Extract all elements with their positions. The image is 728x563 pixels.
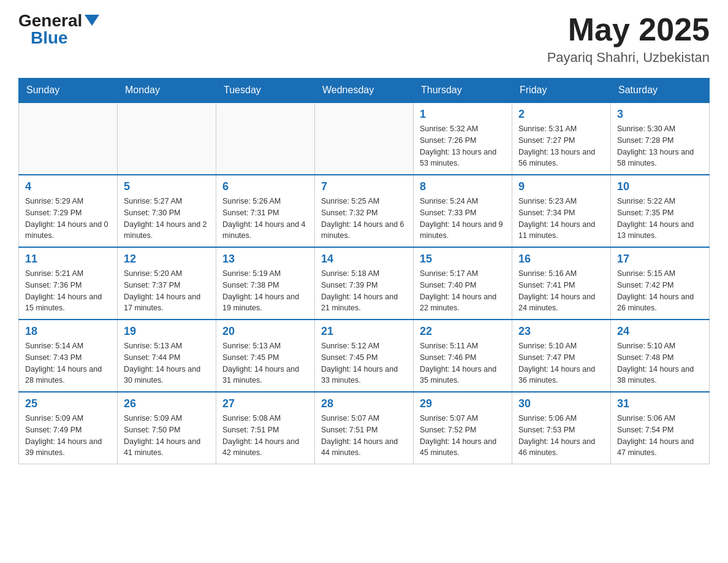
calendar-cell: 28Sunrise: 5:07 AMSunset: 7:51 PMDayligh…: [315, 392, 414, 464]
calendar-cell: 8Sunrise: 5:24 AMSunset: 7:33 PMDaylight…: [414, 175, 512, 247]
logo-blue: Blue: [31, 29, 68, 47]
day-info: Sunrise: 5:29 AMSunset: 7:29 PMDaylight:…: [25, 196, 111, 242]
day-info: Sunrise: 5:09 AMSunset: 7:50 PMDaylight:…: [124, 413, 210, 459]
day-number: 1: [420, 108, 506, 121]
calendar-cell: 11Sunrise: 5:21 AMSunset: 7:36 PMDayligh…: [19, 247, 118, 320]
weekday-header-thursday: Thursday: [414, 79, 512, 103]
calendar-cell: 20Sunrise: 5:13 AMSunset: 7:45 PMDayligh…: [216, 320, 315, 392]
calendar-cell: 16Sunrise: 5:16 AMSunset: 7:41 PMDayligh…: [512, 247, 611, 320]
calendar-cell: 2Sunrise: 5:31 AMSunset: 7:27 PMDaylight…: [512, 102, 611, 175]
calendar-cell: 27Sunrise: 5:08 AMSunset: 7:51 PMDayligh…: [216, 392, 315, 464]
calendar-cell: 6Sunrise: 5:26 AMSunset: 7:31 PMDaylight…: [216, 175, 315, 247]
weekday-header-monday: Monday: [118, 79, 216, 103]
day-info: Sunrise: 5:19 AMSunset: 7:38 PMDaylight:…: [222, 268, 308, 314]
day-number: 19: [124, 325, 210, 338]
day-info: Sunrise: 5:07 AMSunset: 7:51 PMDaylight:…: [321, 413, 407, 459]
day-number: 18: [25, 325, 111, 338]
day-number: 2: [518, 108, 604, 121]
calendar-cell: [315, 102, 414, 175]
calendar-cell: 30Sunrise: 5:06 AMSunset: 7:53 PMDayligh…: [512, 392, 611, 464]
day-info: Sunrise: 5:11 AMSunset: 7:46 PMDaylight:…: [420, 340, 506, 386]
location-title: Payariq Shahri, Uzbekistan: [547, 50, 710, 66]
day-number: 14: [321, 253, 407, 266]
day-number: 7: [321, 180, 407, 193]
calendar-cell: 19Sunrise: 5:13 AMSunset: 7:44 PMDayligh…: [118, 320, 216, 392]
day-info: Sunrise: 5:13 AMSunset: 7:44 PMDaylight:…: [124, 340, 210, 386]
day-number: 12: [124, 253, 210, 266]
calendar-cell: 3Sunrise: 5:30 AMSunset: 7:28 PMDaylight…: [611, 102, 710, 175]
day-info: Sunrise: 5:17 AMSunset: 7:40 PMDaylight:…: [420, 268, 506, 314]
day-info: Sunrise: 5:22 AMSunset: 7:35 PMDaylight:…: [617, 196, 703, 242]
day-number: 9: [518, 180, 604, 193]
day-number: 27: [222, 397, 308, 410]
day-info: Sunrise: 5:20 AMSunset: 7:37 PMDaylight:…: [124, 268, 210, 314]
weekday-header-tuesday: Tuesday: [216, 79, 315, 103]
day-number: 20: [222, 325, 308, 338]
day-number: 5: [124, 180, 210, 193]
month-title: May 2025: [547, 12, 710, 47]
day-number: 23: [518, 325, 604, 338]
calendar-cell: 21Sunrise: 5:12 AMSunset: 7:45 PMDayligh…: [315, 320, 414, 392]
calendar-cell: [19, 102, 118, 175]
day-info: Sunrise: 5:06 AMSunset: 7:54 PMDaylight:…: [617, 413, 703, 459]
day-number: 24: [617, 325, 703, 338]
day-number: 25: [25, 397, 111, 410]
day-info: Sunrise: 5:07 AMSunset: 7:52 PMDaylight:…: [420, 413, 506, 459]
calendar-cell: 12Sunrise: 5:20 AMSunset: 7:37 PMDayligh…: [118, 247, 216, 320]
day-info: Sunrise: 5:24 AMSunset: 7:33 PMDaylight:…: [420, 196, 506, 242]
day-number: 31: [617, 397, 703, 410]
day-number: 15: [420, 253, 506, 266]
day-info: Sunrise: 5:09 AMSunset: 7:49 PMDaylight:…: [25, 413, 111, 459]
day-number: 21: [321, 325, 407, 338]
calendar-cell: 9Sunrise: 5:23 AMSunset: 7:34 PMDaylight…: [512, 175, 611, 247]
day-info: Sunrise: 5:32 AMSunset: 7:26 PMDaylight:…: [420, 123, 506, 169]
day-info: Sunrise: 5:23 AMSunset: 7:34 PMDaylight:…: [518, 196, 604, 242]
calendar-cell: 5Sunrise: 5:27 AMSunset: 7:30 PMDaylight…: [118, 175, 216, 247]
day-number: 16: [518, 253, 604, 266]
day-number: 11: [25, 253, 111, 266]
calendar-cell: 18Sunrise: 5:14 AMSunset: 7:43 PMDayligh…: [19, 320, 118, 392]
calendar-week-1: 1Sunrise: 5:32 AMSunset: 7:26 PMDaylight…: [19, 102, 710, 175]
calendar-cell: 13Sunrise: 5:19 AMSunset: 7:38 PMDayligh…: [216, 247, 315, 320]
day-number: 13: [222, 253, 308, 266]
day-info: Sunrise: 5:21 AMSunset: 7:36 PMDaylight:…: [25, 268, 111, 314]
day-number: 22: [420, 325, 506, 338]
day-info: Sunrise: 5:31 AMSunset: 7:27 PMDaylight:…: [518, 123, 604, 169]
day-info: Sunrise: 5:10 AMSunset: 7:48 PMDaylight:…: [617, 340, 703, 386]
day-info: Sunrise: 5:26 AMSunset: 7:31 PMDaylight:…: [222, 196, 308, 242]
day-info: Sunrise: 5:14 AMSunset: 7:43 PMDaylight:…: [25, 340, 111, 386]
logo-triangle-icon: [85, 15, 99, 26]
day-info: Sunrise: 5:27 AMSunset: 7:30 PMDaylight:…: [124, 196, 210, 242]
day-number: 29: [420, 397, 506, 410]
calendar-week-2: 4Sunrise: 5:29 AMSunset: 7:29 PMDaylight…: [19, 175, 710, 247]
calendar-cell: 17Sunrise: 5:15 AMSunset: 7:42 PMDayligh…: [611, 247, 710, 320]
day-number: 17: [617, 253, 703, 266]
day-number: 28: [321, 397, 407, 410]
calendar-cell: 31Sunrise: 5:06 AMSunset: 7:54 PMDayligh…: [611, 392, 710, 464]
weekday-header-saturday: Saturday: [611, 79, 710, 103]
logo: General Blue: [18, 12, 99, 47]
day-info: Sunrise: 5:13 AMSunset: 7:45 PMDaylight:…: [222, 340, 308, 386]
day-number: 10: [617, 180, 703, 193]
calendar-week-4: 18Sunrise: 5:14 AMSunset: 7:43 PMDayligh…: [19, 320, 710, 392]
day-number: 4: [25, 180, 111, 193]
calendar-cell: 26Sunrise: 5:09 AMSunset: 7:50 PMDayligh…: [118, 392, 216, 464]
calendar-cell: 25Sunrise: 5:09 AMSunset: 7:49 PMDayligh…: [19, 392, 118, 464]
logo-general: General: [18, 12, 82, 29]
day-info: Sunrise: 5:16 AMSunset: 7:41 PMDaylight:…: [518, 268, 604, 314]
calendar-week-5: 25Sunrise: 5:09 AMSunset: 7:49 PMDayligh…: [19, 392, 710, 464]
title-section: May 2025 Payariq Shahri, Uzbekistan: [547, 12, 710, 66]
calendar-cell: 1Sunrise: 5:32 AMSunset: 7:26 PMDaylight…: [414, 102, 512, 175]
page-header: General Blue May 2025 Payariq Shahri, Uz…: [18, 12, 710, 66]
calendar-table: SundayMondayTuesdayWednesdayThursdayFrid…: [18, 78, 710, 464]
weekday-header-friday: Friday: [512, 79, 611, 103]
day-info: Sunrise: 5:12 AMSunset: 7:45 PMDaylight:…: [321, 340, 407, 386]
calendar-header-row: SundayMondayTuesdayWednesdayThursdayFrid…: [19, 79, 710, 103]
day-number: 3: [617, 108, 703, 121]
weekday-header-sunday: Sunday: [19, 79, 118, 103]
day-info: Sunrise: 5:25 AMSunset: 7:32 PMDaylight:…: [321, 196, 407, 242]
calendar-cell: 14Sunrise: 5:18 AMSunset: 7:39 PMDayligh…: [315, 247, 414, 320]
day-info: Sunrise: 5:30 AMSunset: 7:28 PMDaylight:…: [617, 123, 703, 169]
calendar-cell: 22Sunrise: 5:11 AMSunset: 7:46 PMDayligh…: [414, 320, 512, 392]
calendar-cell: 15Sunrise: 5:17 AMSunset: 7:40 PMDayligh…: [414, 247, 512, 320]
